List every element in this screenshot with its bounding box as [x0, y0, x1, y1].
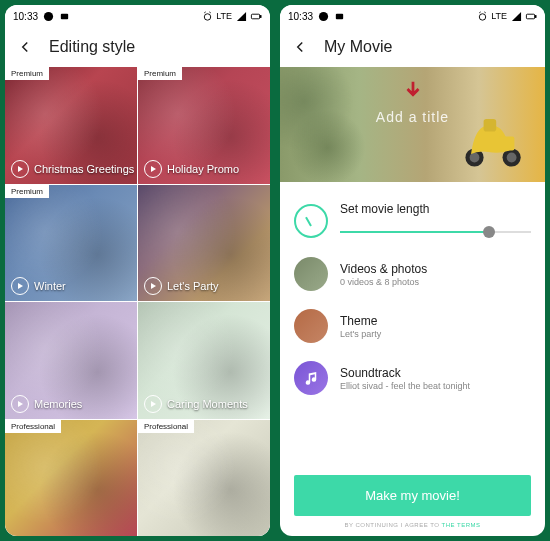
style-tile-caring-moments[interactable]: Caring Moments	[138, 302, 270, 419]
status-bar: 10:33 LTE	[5, 5, 270, 27]
svg-rect-3	[251, 14, 259, 19]
professional-badge: Professional	[5, 420, 61, 433]
length-slider[interactable]	[340, 225, 531, 239]
back-button[interactable]	[290, 37, 310, 57]
play-icon	[11, 395, 29, 413]
chat-icon	[317, 10, 329, 22]
editing-style-screen: 10:33 LTE Editing style Pre	[5, 5, 270, 536]
tile-title: Holiday Promo	[167, 163, 239, 175]
battery-icon	[250, 10, 262, 22]
movie-length-row[interactable]: Set movie length	[294, 194, 531, 247]
svg-point-2	[204, 13, 210, 19]
row-title: Set movie length	[340, 202, 531, 216]
svg-point-0	[43, 11, 52, 20]
tile-title: Caring Moments	[167, 398, 248, 410]
hero-preview[interactable]: Add a title	[280, 67, 545, 182]
terms-text: BY CONTINUING I AGREE TO THE TERMS	[294, 522, 531, 528]
style-tile-professional-2[interactable]: Professional	[138, 420, 270, 537]
page-title: Editing style	[49, 38, 135, 56]
terms-link[interactable]: THE TERMS	[442, 522, 481, 528]
back-button[interactable]	[15, 37, 35, 57]
play-icon	[144, 395, 162, 413]
settings-list: Set movie length Videos & photos 0 video…	[280, 182, 545, 465]
style-grid: PremiumChristmas Greetings PremiumHolida…	[5, 67, 270, 536]
app-bar: My Movie	[280, 27, 545, 67]
svg-point-13	[507, 153, 517, 163]
media-icon	[333, 10, 345, 22]
status-time: 10:33	[13, 11, 38, 22]
status-bar: 10:33 LTE	[280, 5, 545, 27]
svg-rect-6	[335, 13, 342, 19]
scooter-icon	[457, 99, 527, 174]
chat-icon	[42, 10, 54, 22]
svg-point-5	[318, 11, 327, 20]
premium-badge: Premium	[138, 67, 182, 80]
media-thumb-icon	[294, 257, 328, 291]
premium-badge: Premium	[5, 185, 49, 198]
network-label: LTE	[216, 11, 232, 21]
tile-title: Memories	[34, 398, 82, 410]
svg-point-11	[470, 153, 480, 163]
theme-row[interactable]: Theme Let's party	[294, 301, 531, 351]
style-tile-professional-1[interactable]: Professional	[5, 420, 137, 537]
videos-photos-row[interactable]: Videos & photos 0 videos & 8 photos	[294, 249, 531, 299]
make-movie-button[interactable]: Make my movie!	[294, 475, 531, 516]
style-tile-christmas-greetings[interactable]: PremiumChristmas Greetings	[5, 67, 137, 184]
tile-title: Winter	[34, 280, 66, 292]
my-movie-screen: 10:33 LTE My Movie Add a title	[280, 5, 545, 536]
network-label: LTE	[491, 11, 507, 21]
soundtrack-icon	[294, 361, 328, 395]
svg-point-7	[479, 13, 485, 19]
style-tile-memories[interactable]: Memories	[5, 302, 137, 419]
style-tile-winter[interactable]: PremiumWinter	[5, 185, 137, 302]
battery-icon	[525, 10, 537, 22]
professional-badge: Professional	[138, 420, 194, 433]
row-subtitle: 0 videos & 8 photos	[340, 277, 531, 287]
play-icon	[144, 160, 162, 178]
signal-icon	[510, 10, 522, 22]
premium-badge: Premium	[5, 67, 49, 80]
alarm-icon	[201, 10, 213, 22]
style-tile-holiday-promo[interactable]: PremiumHoliday Promo	[138, 67, 270, 184]
page-title: My Movie	[324, 38, 392, 56]
row-title: Soundtrack	[340, 366, 531, 380]
play-icon	[11, 277, 29, 295]
svg-rect-1	[60, 13, 67, 19]
svg-rect-4	[260, 15, 261, 17]
style-tile-lets-party[interactable]: Let's Party	[138, 185, 270, 302]
svg-rect-8	[526, 14, 534, 19]
svg-rect-15	[499, 137, 514, 151]
app-bar: Editing style	[5, 27, 270, 67]
signal-icon	[235, 10, 247, 22]
media-icon	[58, 10, 70, 22]
soundtrack-row[interactable]: Soundtrack Elliot sivad - feel the beat …	[294, 353, 531, 403]
row-subtitle: Let's party	[340, 329, 531, 339]
row-subtitle: Elliot sivad - feel the beat tonight	[340, 381, 531, 391]
tile-title: Christmas Greetings	[34, 163, 134, 175]
row-title: Theme	[340, 314, 531, 328]
play-icon	[144, 277, 162, 295]
status-time: 10:33	[288, 11, 313, 22]
svg-rect-9	[535, 15, 536, 17]
arrow-down-icon	[402, 79, 424, 106]
row-title: Videos & photos	[340, 262, 531, 276]
alarm-icon	[476, 10, 488, 22]
clock-icon	[294, 204, 328, 238]
play-icon	[11, 160, 29, 178]
theme-thumb-icon	[294, 309, 328, 343]
hero-title-overlay: Add a title	[376, 109, 449, 125]
tile-title: Let's Party	[167, 280, 219, 292]
svg-rect-14	[484, 119, 497, 132]
